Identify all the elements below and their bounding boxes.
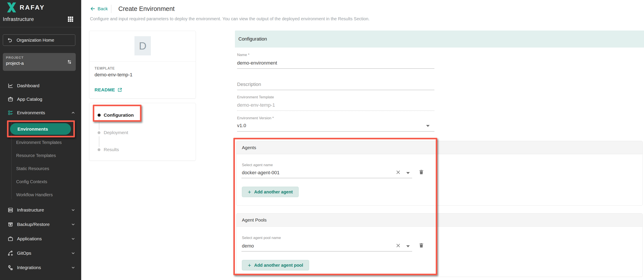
remove-agent-button[interactable] bbox=[418, 169, 424, 175]
template-avatar: D bbox=[134, 36, 151, 55]
sidebar-item-workflow-handlers[interactable]: Workflow Handlers bbox=[0, 188, 81, 201]
chevron-down-icon bbox=[71, 265, 76, 270]
external-link-icon bbox=[117, 87, 122, 92]
sidebar-item-integrations[interactable]: Integrations bbox=[0, 260, 81, 275]
template-label: TEMPLATE bbox=[94, 66, 115, 70]
step-dot-deployment bbox=[98, 131, 100, 134]
template-name: demo-env-temp-1 bbox=[94, 72, 132, 78]
organization-home-button[interactable]: Organization Home bbox=[3, 34, 75, 46]
step-dot-results bbox=[98, 148, 100, 151]
agents-section-header: Agents bbox=[236, 141, 642, 154]
step-connector bbox=[99, 119, 99, 130]
page-subtitle: Configure and input required parameters … bbox=[90, 16, 370, 21]
step-configuration[interactable]: Configuration bbox=[104, 112, 134, 118]
chevron-down-icon bbox=[71, 208, 76, 212]
environment-template-label: Environment Template bbox=[237, 95, 274, 99]
app-catalog-icon bbox=[8, 96, 14, 102]
product-title: Infrastructure bbox=[3, 16, 34, 22]
step-deployment[interactable]: Deployment bbox=[104, 130, 128, 135]
sidebar-item-dashboard[interactable]: Dashboard bbox=[0, 79, 81, 92]
brand-row: RAFAY bbox=[6, 2, 45, 13]
sidebar-item-label: GitOps bbox=[17, 251, 31, 256]
remove-agent-pool-button[interactable] bbox=[418, 242, 424, 248]
agent-pool-select[interactable]: demo bbox=[242, 242, 412, 252]
sidebar-item-label: App Catalog bbox=[17, 97, 42, 102]
organization-home-label: Organization Home bbox=[16, 38, 54, 43]
active-submenu-label: Environments bbox=[18, 126, 48, 132]
undo-icon bbox=[7, 37, 13, 43]
name-field-label: Name * bbox=[237, 53, 250, 57]
back-arrow-icon bbox=[90, 6, 96, 12]
add-another-agent-button[interactable]: + Add another agent bbox=[242, 187, 299, 197]
dashboard-icon bbox=[8, 83, 14, 89]
agents-section: Agents Select agent name docker-agent-00… bbox=[236, 141, 643, 206]
sidebar-item-resource-templates[interactable]: Resource Templates bbox=[0, 149, 81, 162]
environment-version-select[interactable]: v1.0 bbox=[237, 123, 434, 131]
dropdown-caret-icon[interactable] bbox=[406, 172, 410, 174]
trash-icon bbox=[418, 242, 424, 248]
sidebar-item-static-resources[interactable]: Static Resources bbox=[0, 162, 81, 175]
template-summary-card: D TEMPLATE demo-env-temp-1 README bbox=[89, 31, 196, 99]
sidebar-item-label: Infrastructure bbox=[17, 207, 44, 213]
backup-restore-icon bbox=[8, 221, 14, 228]
sidebar-item-environment-templates[interactable]: Environment Templates bbox=[0, 136, 81, 149]
dropdown-caret-icon[interactable] bbox=[406, 245, 410, 247]
name-input[interactable] bbox=[237, 60, 434, 69]
readme-label: README bbox=[94, 87, 115, 92]
dropdown-caret-icon[interactable] bbox=[426, 125, 430, 127]
back-button[interactable]: Back bbox=[90, 6, 108, 12]
sidebar-item-backup-restore[interactable]: Backup/Restore bbox=[0, 217, 81, 232]
chevron-down-icon bbox=[71, 251, 76, 256]
chevron-down-icon bbox=[71, 222, 76, 227]
description-input[interactable] bbox=[237, 82, 434, 90]
environment-version-label: Environment Version * bbox=[237, 116, 274, 120]
environments-icon bbox=[8, 110, 14, 116]
swap-project-icon[interactable] bbox=[66, 59, 73, 65]
agent-pools-title: Agent Pools bbox=[242, 217, 266, 223]
agent-select-value: docker-agent-001 bbox=[242, 170, 280, 176]
agent-pool-select-value: demo bbox=[242, 243, 254, 249]
agent-select[interactable]: docker-agent-001 bbox=[242, 169, 412, 178]
project-name: project-a bbox=[6, 61, 72, 66]
sidebar-item-config-contexts[interactable]: Config Contexts bbox=[0, 175, 81, 188]
back-label: Back bbox=[98, 6, 108, 11]
sidebar-item-app-catalog[interactable]: App Catalog bbox=[0, 92, 81, 106]
readme-link[interactable]: README bbox=[94, 87, 122, 92]
integrations-icon bbox=[8, 265, 14, 271]
stepper-card: Configuration Deployment Results bbox=[89, 103, 196, 161]
trash-icon bbox=[418, 169, 424, 175]
step-results[interactable]: Results bbox=[104, 147, 119, 152]
agents-title: Agents bbox=[242, 145, 256, 150]
step-dot-configuration bbox=[98, 114, 101, 117]
rafay-logo-icon bbox=[6, 2, 16, 13]
sidebar-item-environments[interactable]: Environments bbox=[0, 106, 81, 119]
sidebar-item-label: Backup/Restore bbox=[17, 222, 50, 227]
sidebar-item-infrastructure[interactable]: Infrastructure bbox=[0, 203, 81, 217]
brand-name: RAFAY bbox=[20, 4, 45, 11]
sidebar-item-gitops[interactable]: GitOps bbox=[0, 246, 81, 260]
project-switcher[interactable]: PROJECT project-a bbox=[3, 53, 76, 71]
infrastructure-icon bbox=[8, 207, 14, 213]
apps-grid-icon[interactable] bbox=[67, 16, 74, 23]
sidebar-item-applications[interactable]: Applications bbox=[0, 232, 81, 246]
chevron-down-icon bbox=[71, 236, 76, 241]
environment-version-value: v1.0 bbox=[237, 123, 246, 128]
card-divider bbox=[89, 61, 196, 61]
add-another-agent-pool-button[interactable]: + Add another agent pool bbox=[242, 260, 309, 271]
sidebar-item-label: Applications bbox=[17, 236, 42, 241]
sidebar: RAFAY Infrastructure Organization Home P… bbox=[0, 0, 81, 280]
add-agent-label: Add another agent bbox=[254, 190, 293, 195]
sidebar-item-environments-active[interactable]: Environments bbox=[10, 123, 71, 135]
agent-select-label: Select agent name bbox=[242, 163, 273, 167]
header-divider bbox=[111, 5, 111, 13]
clear-x-icon[interactable] bbox=[395, 169, 401, 176]
sidebar-item-label: Integrations bbox=[17, 265, 41, 270]
sidebar-divider bbox=[0, 27, 81, 27]
plus-icon: + bbox=[248, 262, 251, 269]
clear-x-icon[interactable] bbox=[395, 243, 401, 249]
add-agent-pool-label: Add another agent pool bbox=[254, 263, 303, 268]
sidebar-item-label: Dashboard bbox=[17, 83, 40, 88]
plus-icon: + bbox=[248, 189, 251, 195]
page-title: Create Environment bbox=[118, 5, 175, 12]
chevron-up-icon bbox=[71, 110, 76, 115]
